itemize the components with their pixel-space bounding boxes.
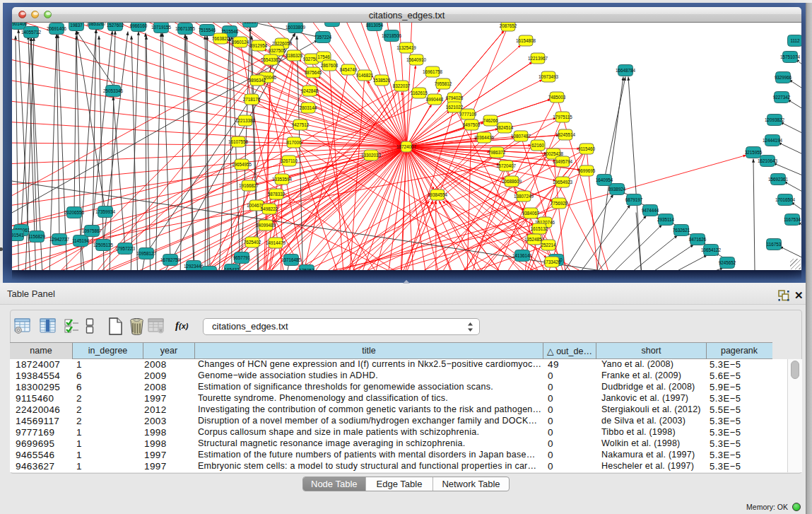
svg-text:391541: 391541: [12, 233, 24, 238]
svg-text:2803144: 2803144: [300, 105, 317, 110]
svg-text:9227342: 9227342: [773, 95, 791, 100]
svg-text:17957223: 17957223: [115, 246, 136, 251]
svg-text:9777109: 9777109: [459, 112, 477, 117]
svg-text:8990448: 8990448: [426, 97, 444, 102]
svg-text:7663822: 7663822: [212, 36, 230, 41]
svg-text:9329966: 9329966: [775, 75, 792, 80]
svg-text:14914479: 14914479: [266, 240, 286, 245]
svg-text:19654955: 19654955: [232, 162, 252, 167]
svg-text:19218506: 19218506: [382, 33, 402, 38]
svg-text:16107553: 16107553: [228, 139, 249, 144]
svg-text:16033809: 16033809: [286, 25, 306, 30]
svg-text:13353594: 13353594: [272, 177, 293, 182]
svg-text:8912954: 8912954: [250, 43, 268, 48]
svg-text:10853267: 10853267: [86, 23, 107, 26]
svg-text:25053346: 25053346: [103, 88, 124, 93]
svg-text:17359934: 17359934: [95, 209, 116, 214]
svg-text:1527602: 1527602: [107, 23, 124, 28]
svg-text:12505135: 12505135: [93, 243, 114, 247]
svg-text:15692361: 15692361: [768, 177, 789, 182]
svg-text:7955812: 7955812: [435, 81, 452, 86]
svg-text:817006: 817006: [286, 140, 302, 145]
svg-text:10671355: 10671355: [175, 26, 196, 31]
svg-text:10973493: 10973493: [539, 74, 559, 79]
svg-text:17016504: 17016504: [775, 197, 796, 202]
svg-text:5878332: 5878332: [268, 192, 286, 197]
svg-text:92450: 92450: [203, 269, 216, 271]
svg-text:8186328: 8186328: [286, 53, 303, 58]
svg-text:18724007: 18724007: [396, 144, 417, 149]
svg-text:8454749: 8454749: [340, 67, 358, 72]
svg-text:19654923: 19654923: [553, 180, 573, 185]
svg-text:17975115: 17975115: [553, 115, 572, 119]
svg-text:12942737: 12942737: [49, 237, 70, 242]
svg-text:746266: 746266: [483, 118, 498, 123]
svg-text:14136141: 14136141: [512, 253, 533, 258]
svg-text:9245652: 9245652: [719, 260, 736, 265]
svg-text:10719155: 10719155: [151, 25, 172, 30]
svg-text:3215955: 3215955: [745, 150, 763, 155]
svg-text:14099489: 14099489: [256, 223, 276, 228]
svg-text:16782759: 16782759: [160, 257, 181, 262]
svg-text:15640910: 15640910: [406, 57, 427, 62]
svg-text:15751074: 15751074: [780, 54, 801, 59]
svg-text:8938924: 8938924: [608, 187, 626, 192]
svg-text:2935114: 2935114: [657, 217, 675, 222]
svg-text:9242848: 9242848: [301, 88, 319, 93]
svg-text:9699695: 9699695: [578, 168, 596, 173]
svg-text:14055712: 14055712: [21, 30, 42, 35]
svg-text:7357224: 7357224: [314, 35, 332, 40]
svg-text:1145194: 1145194: [72, 238, 90, 243]
svg-text:2087652: 2087652: [500, 23, 517, 28]
svg-text:62160: 62160: [531, 143, 544, 148]
svg-text:1901406: 1901406: [12, 23, 28, 26]
svg-text:8813054: 8813054: [366, 23, 384, 28]
svg-text:19384554: 19384554: [428, 192, 448, 197]
svg-text:10654122: 10654122: [701, 247, 722, 252]
svg-text:10807487: 10807487: [511, 134, 531, 139]
svg-text:2718176: 2718176: [243, 97, 261, 102]
svg-text:9384067: 9384067: [522, 211, 540, 216]
svg-text:1162615: 1162615: [411, 90, 428, 95]
svg-text:15720407: 15720407: [496, 163, 517, 168]
svg-text:165432: 165432: [224, 267, 240, 271]
svg-text:7515546: 7515546: [221, 29, 239, 34]
svg-text:10975867: 10975867: [82, 228, 102, 233]
svg-text:13807249: 13807249: [514, 194, 534, 199]
svg-text:6966160: 6966160: [130, 23, 148, 28]
svg-text:1640954: 1640954: [596, 177, 613, 182]
svg-text:16210643: 16210643: [758, 158, 778, 163]
svg-text:10688609: 10688609: [502, 179, 522, 184]
svg-text:1621022: 1621022: [446, 105, 464, 110]
svg-text:12923446: 12923446: [184, 264, 204, 269]
svg-text:1112: 1112: [790, 38, 800, 43]
svg-text:10958127: 10958127: [136, 251, 157, 256]
svg-text:6879197: 6879197: [625, 197, 643, 202]
svg-text:5498222: 5498222: [261, 206, 278, 211]
svg-text:12213383: 12213383: [235, 118, 256, 123]
svg-text:9327505: 9327505: [269, 48, 286, 53]
svg-text:13495794: 13495794: [553, 159, 573, 164]
svg-text:116753: 116753: [767, 242, 782, 247]
svg-text:16961758: 16961758: [423, 69, 443, 74]
svg-text:8267110: 8267110: [281, 158, 298, 163]
svg-text:1538520: 1538520: [373, 78, 391, 83]
svg-text:16154808: 16154808: [516, 38, 536, 43]
svg-text:8471626: 8471626: [689, 237, 707, 242]
svg-text:2867608: 2867608: [321, 63, 339, 68]
svg-text:13302033: 13302033: [361, 153, 382, 158]
svg-text:19837: 19837: [70, 23, 83, 28]
svg-text:8322037: 8322037: [393, 83, 411, 88]
svg-text:16648784: 16648784: [616, 68, 636, 73]
svg-text:11325419: 11325419: [396, 45, 416, 50]
svg-text:12444194: 12444194: [763, 138, 783, 143]
svg-text:18245514: 18245514: [555, 132, 576, 137]
svg-text:10025438: 10025438: [543, 151, 564, 156]
svg-text:12093822: 12093822: [765, 117, 785, 122]
svg-text:9427512: 9427512: [292, 122, 310, 127]
svg-text:3824514: 3824514: [496, 125, 514, 130]
svg-text:3875645: 3875645: [305, 70, 322, 75]
svg-text:9115460: 9115460: [578, 146, 596, 151]
svg-text:19166827: 19166827: [239, 183, 259, 188]
svg-text:23226058: 23226058: [272, 41, 293, 46]
